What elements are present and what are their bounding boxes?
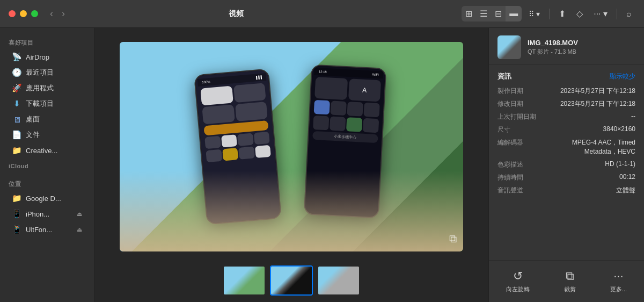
- file-info: IMG_4198.MOV QT 影片 - 71.3 MB: [528, 39, 635, 56]
- thumbnail-2[interactable]: [270, 265, 313, 296]
- downloads-icon: ⬇: [12, 99, 21, 109]
- iphone-eject-icon[interactable]: ⏏: [77, 211, 82, 218]
- info-row-created: 製作日期 2023年5月27日 下午12:18: [497, 87, 635, 96]
- thumb-3-bg: [318, 267, 359, 294]
- documents-icon: 📄: [12, 130, 21, 140]
- opened-label: 上次打開日期: [497, 112, 536, 121]
- created-label: 製作日期: [497, 87, 523, 96]
- opened-value: --: [631, 112, 635, 121]
- sidebar-item-creative[interactable]: 📁 Creative...: [3, 143, 91, 158]
- sidebar-item-documents[interactable]: 📄 文件: [3, 127, 91, 142]
- sidebar-item-airdrop[interactable]: 📡 AirDrop: [3, 49, 91, 64]
- more-actions-button[interactable]: ··· 更多...: [605, 266, 632, 297]
- google-drive-icon: 📁: [12, 193, 21, 203]
- thumbnail-strip: [94, 261, 488, 302]
- view-gallery-button[interactable]: ▬: [506, 6, 522, 21]
- more-actions-icon: ···: [613, 269, 623, 283]
- codec-label: 編解碼器: [497, 138, 523, 156]
- view-grid-button[interactable]: ⊞: [462, 6, 476, 21]
- inspector-footer: ↺ 向左旋轉 ⧉ 裁剪 ··· 更多...: [489, 260, 644, 302]
- color-value: HD (1-1-1): [605, 160, 635, 169]
- dimensions-label: 尺寸: [497, 125, 510, 134]
- main-layout: 喜好項目 📡 AirDrop 🕐 最近項目 🚀 應用程式 ⬇ 下載項目 🖥 桌面…: [0, 28, 644, 302]
- codec-value: MPEG-4 AAC，Timed Metadata，HEVC: [550, 138, 635, 156]
- sidebar-item-google[interactable]: 📁 Google D...: [3, 191, 91, 206]
- sidebar-item-iphone[interactable]: 📱 iPhon... ⏏: [3, 206, 91, 221]
- iphone-icon: 📱: [12, 209, 21, 219]
- inspector-header: IMG_4198.MOV QT 影片 - 71.3 MB: [489, 28, 644, 65]
- more-button[interactable]: ··· ▾: [590, 6, 611, 21]
- ulfon-icon: 📱: [12, 225, 21, 234]
- more-actions-label: 更多...: [610, 285, 627, 293]
- info-row-codec: 編解碼器 MPEG-4 AAC，Timed Metadata，HEVC: [497, 138, 635, 156]
- toolbar-actions: ⊞ ☰ ⊟ ▬ ⠿ ▾ ⬆ ◇ ··· ▾ ⌕: [462, 6, 635, 21]
- pip-icon[interactable]: ⧉: [449, 233, 457, 245]
- crop-label: 裁剪: [564, 285, 576, 293]
- crop-button[interactable]: ⧉ 裁剪: [559, 266, 581, 297]
- toolbar-divider: [549, 9, 550, 19]
- apps-icon: 🚀: [12, 83, 21, 93]
- info-row-color: 色彩描述 HD (1-1-1): [497, 160, 635, 169]
- sidebar-item-downloads-label: 下載項目: [26, 99, 54, 109]
- audio-value: 立體聲: [616, 186, 635, 195]
- favorites-section-label: 喜好項目: [0, 34, 94, 49]
- airdrop-icon: 📡: [12, 52, 21, 62]
- inspector-body: 資訊 顯示較少 製作日期 2023年5月27日 下午12:18 修改日期 202…: [489, 65, 644, 260]
- info-toggle-button[interactable]: 顯示較少: [610, 72, 635, 81]
- creative-icon: 📁: [12, 146, 21, 155]
- view-column-button[interactable]: ⊟: [491, 6, 506, 21]
- apps-grid-button[interactable]: ⠿ ▾: [525, 7, 544, 21]
- modified-label: 修改日期: [497, 99, 523, 109]
- tag-button[interactable]: ◇: [573, 6, 587, 21]
- info-row-audio: 音訊聲道 立體聲: [497, 186, 635, 195]
- file-size: 71.3 MB: [554, 48, 576, 55]
- thumb-2-bg: [271, 267, 312, 294]
- info-row-opened: 上次打開日期 --: [497, 112, 635, 121]
- file-name: IMG_4198.MOV: [528, 39, 635, 47]
- titlebar: ‹ › 視頻 ⊞ ☰ ⊟ ▬ ⠿ ▾ ⬆ ◇ ··· ▾ ⌕: [0, 0, 644, 28]
- sidebar-item-iphone-label: iPhon...: [26, 210, 49, 218]
- crop-icon: ⧉: [566, 269, 574, 283]
- info-section-title: 資訊: [497, 71, 511, 81]
- sidebar-item-ulfon-label: UltFon...: [26, 226, 52, 234]
- color-label: 色彩描述: [497, 160, 523, 169]
- dimensions-value: 3840×2160: [603, 125, 635, 134]
- content-area: 100% ▐▐▐: [94, 28, 488, 302]
- video-frame[interactable]: 100% ▐▐▐: [120, 42, 463, 251]
- view-list-button[interactable]: ☰: [476, 6, 491, 21]
- share-button[interactable]: ⬆: [555, 6, 569, 21]
- thumbnail-1[interactable]: [223, 265, 266, 296]
- sidebar-item-recents[interactable]: 🕐 最近項目: [3, 65, 91, 80]
- sidebar: 喜好項目 📡 AirDrop 🕐 最近項目 🚀 應用程式 ⬇ 下載項目 🖥 桌面…: [0, 28, 94, 302]
- inspector-panel: IMG_4198.MOV QT 影片 - 71.3 MB 資訊 顯示較少 製作日…: [488, 28, 644, 302]
- sidebar-item-ulfon[interactable]: 📱 UltFon... ⏏: [3, 222, 91, 237]
- duration-label: 持續時間: [497, 173, 523, 182]
- sidebar-item-documents-label: 文件: [26, 130, 40, 140]
- recents-icon: 🕐: [12, 68, 21, 77]
- file-size-separator: -: [551, 48, 554, 55]
- ulfon-eject-icon[interactable]: ⏏: [77, 226, 82, 233]
- file-type: QT 影片: [528, 48, 549, 55]
- rotate-icon: ↺: [513, 269, 523, 283]
- audio-label: 音訊聲道: [497, 186, 523, 195]
- video-preview-area: 100% ▐▐▐: [94, 28, 488, 261]
- info-section-header: 資訊 顯示較少: [497, 71, 635, 81]
- desktop-icon: 🖥: [12, 115, 21, 124]
- info-row-size: 尺寸 3840×2160: [497, 125, 635, 134]
- sidebar-item-apps-label: 應用程式: [26, 83, 54, 93]
- video-background: 100% ▐▐▐: [120, 42, 463, 251]
- sidebar-item-downloads[interactable]: ⬇ 下載項目: [3, 96, 91, 111]
- modified-value: 2023年5月27日 下午12:18: [560, 99, 635, 109]
- created-value: 2023年5月27日 下午12:18: [560, 87, 635, 96]
- sidebar-item-apps[interactable]: 🚀 應用程式: [3, 81, 91, 96]
- thumb-1-bg: [224, 267, 265, 294]
- view-mode-group: ⊞ ☰ ⊟ ▬: [462, 6, 522, 21]
- rotate-button[interactable]: ↺ 向左旋轉: [501, 266, 535, 297]
- sidebar-item-creative-label: Creative...: [26, 147, 57, 155]
- file-meta: QT 影片 - 71.3 MB: [528, 48, 635, 56]
- thumbnail-3[interactable]: [317, 265, 360, 296]
- search-button[interactable]: ⌕: [623, 6, 635, 21]
- info-row-modified: 修改日期 2023年5月27日 下午12:18: [497, 99, 635, 109]
- sidebar-item-desktop[interactable]: 🖥 桌面: [3, 112, 91, 127]
- locations-section-label: 位置: [0, 176, 94, 190]
